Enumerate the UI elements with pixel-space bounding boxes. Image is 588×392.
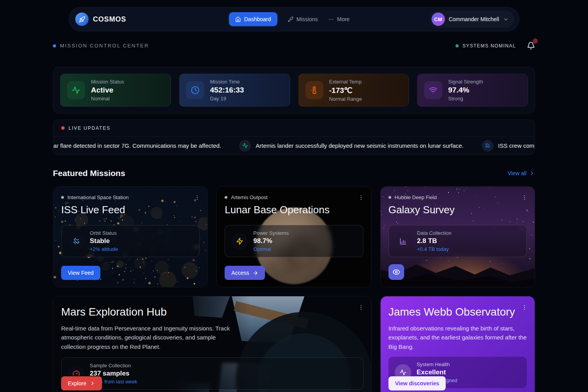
system-status-label: SYSTEMS NOMINAL xyxy=(463,43,516,49)
live-updates-header: LIVE UPDATES xyxy=(53,120,535,136)
live-updates-panel: LIVE UPDATES ar flare detected in sector… xyxy=(53,120,535,155)
card-menu-button[interactable] xyxy=(520,303,529,312)
mission-cards-grid: International Space Station ISS Live Fee… xyxy=(53,186,535,392)
stat-sub: Strong xyxy=(448,96,483,102)
button-label: View discoveries xyxy=(395,380,439,387)
ticker-item: Artemis lander successfully deployed new… xyxy=(239,140,463,152)
category-label: Artemis Outpost xyxy=(231,194,267,200)
mission-card-lunar: Artemis Outpost Lunar Base Operations Po… xyxy=(216,186,371,287)
stat-card-mission-status: Mission Status Active Nominal xyxy=(60,74,171,107)
card-stat-box: Sample Collection 237 samples +12% from … xyxy=(61,358,363,390)
view-all-label: View all xyxy=(508,170,526,176)
stat-card-mission-time: Mission Time 452:16:33 Day 19 xyxy=(179,74,290,107)
card-menu-button[interactable] xyxy=(192,193,202,202)
thermometer-icon xyxy=(305,81,323,99)
stat-label: Power Systems xyxy=(253,230,289,236)
nav-item-dashboard[interactable]: Dashboard xyxy=(229,12,278,26)
chevron-down-icon xyxy=(503,16,509,22)
stat-card-external-temp: External Temp -173℃ Normal Range xyxy=(298,74,409,107)
stat-delta: Optimal xyxy=(253,246,289,252)
stat-value: -173℃ xyxy=(329,86,362,95)
explore-button[interactable]: Explore xyxy=(61,376,102,390)
stat-label: System Health xyxy=(417,361,457,367)
green-dot xyxy=(456,44,459,47)
category-label: International Space Station xyxy=(67,194,129,200)
bar-chart-icon xyxy=(395,233,412,249)
card-stat-box: Orbit Status Stable +2% altitude xyxy=(61,225,200,257)
button-label: Explore xyxy=(68,380,86,387)
home-icon xyxy=(235,16,241,22)
nav-item-label: Dashboard xyxy=(244,16,271,22)
blue-dot xyxy=(53,44,56,47)
view-all-link[interactable]: View all xyxy=(508,170,535,176)
section-title: Featured Missions xyxy=(53,169,125,178)
satellite-icon xyxy=(482,140,494,152)
view-discoveries-button[interactable]: View discoveries xyxy=(388,376,446,390)
notifications-button[interactable] xyxy=(527,42,535,50)
stat-label: Orbit Status xyxy=(90,230,118,236)
ticker-text: ar flare detected in sector 7G. Communic… xyxy=(53,142,221,149)
page-title-group: MISSION CONTROL CENTER xyxy=(53,43,149,49)
stat-card-signal-strength: Signal Strength 97.4% Strong xyxy=(417,74,528,107)
spotlight-card-webb: James Webb Observatory Infrared observat… xyxy=(380,296,535,392)
card-title: ISS Live Feed xyxy=(61,204,200,216)
stat-value: 2.8 TB xyxy=(417,237,452,245)
stat-value: 97.4% xyxy=(448,86,483,94)
ticker-text: Artemis lander successfully deployed new… xyxy=(256,142,463,149)
user-menu[interactable]: CM Commander Mitchell xyxy=(430,11,514,28)
view-button[interactable] xyxy=(388,264,404,280)
category-dot xyxy=(61,196,64,199)
nav-item-more[interactable]: More xyxy=(328,16,350,22)
arrow-right-icon xyxy=(252,270,258,276)
nav-menu: Dashboard Missions More xyxy=(229,12,350,26)
card-stat-box: Power Systems 98.7% Optimal xyxy=(225,225,363,257)
nav-item-missions[interactable]: Missions xyxy=(287,16,318,22)
card-description: Real-time data from Perseverance and Ing… xyxy=(61,324,236,351)
card-stat-box: Data Collection 2.8 TB +0.4 TB today xyxy=(388,225,527,257)
system-status: SYSTEMS NOMINAL xyxy=(456,43,516,49)
mission-card-iss: International Space Station ISS Live Fee… xyxy=(53,186,208,287)
category-dot xyxy=(225,196,227,199)
view-feed-button[interactable]: View Feed xyxy=(61,266,100,280)
nav-item-label: More xyxy=(337,16,350,22)
stat-value: Stable xyxy=(90,237,118,245)
notification-badge xyxy=(533,38,538,44)
stat-label: Data Collection xyxy=(417,230,452,236)
ticker-item: ar flare detected in sector 7G. Communic… xyxy=(53,142,221,149)
rocket-logo-icon xyxy=(75,13,89,26)
brand: COSMOS xyxy=(75,13,126,26)
category-label: Hubble Deep Field xyxy=(395,194,437,200)
chevron-right-icon xyxy=(529,170,535,176)
stat-label: External Temp xyxy=(329,79,362,85)
wifi-icon xyxy=(424,81,442,99)
activity-icon xyxy=(239,140,251,152)
card-category: Hubble Deep Field xyxy=(388,194,527,200)
card-title: Galaxy Survey xyxy=(388,204,527,216)
access-button[interactable]: Access xyxy=(225,266,265,280)
chevron-right-icon xyxy=(90,381,95,386)
satellite-icon xyxy=(68,233,84,249)
card-title: James Webb Observatory xyxy=(388,306,527,318)
stat-label: Sample Collection xyxy=(90,363,137,368)
stats-panel: Mission Status Active Nominal Mission Ti… xyxy=(53,67,535,114)
card-category: International Space Station xyxy=(61,194,200,200)
rocket-icon xyxy=(287,16,293,22)
stat-value: 98.7% xyxy=(253,237,289,245)
user-name: Commander Mitchell xyxy=(449,16,499,22)
stat-value: Excellent xyxy=(417,368,457,376)
card-title: Mars Exploration Hub xyxy=(61,306,363,318)
avatar: CM xyxy=(432,13,445,26)
stat-delta: +2% altitude xyxy=(90,246,118,252)
stat-label: Mission Status xyxy=(91,79,124,85)
card-menu-button[interactable] xyxy=(356,193,366,202)
nav-item-label: Missions xyxy=(296,16,318,22)
card-menu-button[interactable] xyxy=(520,193,529,202)
eye-icon xyxy=(392,268,400,276)
ellipsis-icon xyxy=(328,16,334,22)
live-updates-ticker: ar flare detected in sector 7G. Communic… xyxy=(53,136,535,155)
ticker-item: ISS crew completes critical E xyxy=(482,140,535,152)
card-menu-button[interactable] xyxy=(356,303,366,312)
page-title: MISSION CONTROL CENTER xyxy=(60,43,149,49)
featured-header: Featured Missions View all xyxy=(53,169,535,178)
status-row: MISSION CONTROL CENTER SYSTEMS NOMINAL xyxy=(53,42,535,50)
